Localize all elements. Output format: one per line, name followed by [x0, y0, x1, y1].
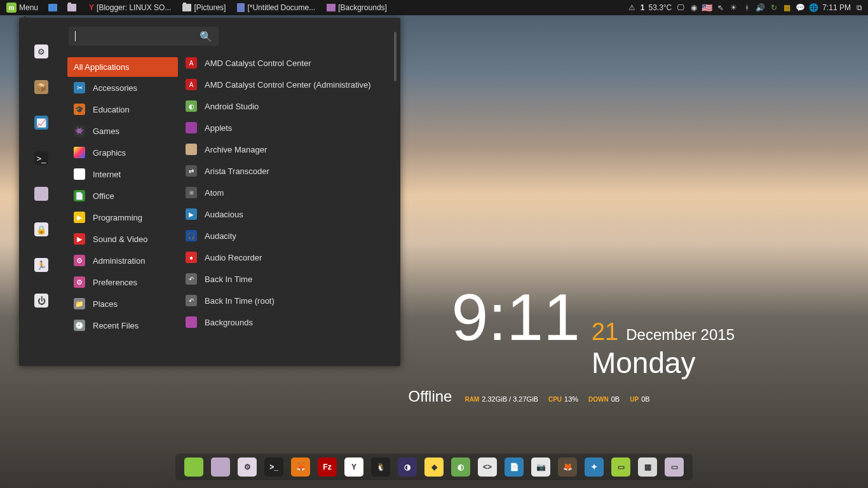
favorite-files[interactable] — [34, 187, 48, 201]
widget-stat: RAM2.32GiB / 3.27GiB — [465, 395, 538, 403]
window-list: Y[Blogger: LINUX SO...[Pictures][*Untitl… — [85, 2, 391, 13]
dock-calc[interactable]: ▦ — [638, 458, 657, 477]
taskbar-window[interactable]: Y[Blogger: LINUX SO... — [85, 2, 175, 13]
globe-icon[interactable]: 🌐 — [809, 3, 818, 13]
service-icon[interactable]: ▦ — [782, 3, 792, 13]
dock-writer[interactable]: 📄 — [505, 458, 524, 477]
dock-firefox[interactable]: 🦊 — [291, 458, 310, 477]
dock-notes[interactable]: ▭ — [611, 458, 630, 477]
dock-bluefish[interactable]: <> — [478, 458, 497, 477]
dock: ⚙>_🦊FzY🐧◑◆◐<>📄📷🦊✦▭▦▭ — [175, 454, 693, 480]
category-icon: 📄 — [74, 190, 85, 201]
category-item[interactable]: Graphics — [67, 142, 178, 163]
favorite-software[interactable]: 📦 — [34, 80, 48, 94]
app-item[interactable]: ◐Android Studio — [182, 95, 394, 117]
update-icon[interactable]: ↻ — [769, 3, 778, 13]
category-item[interactable]: 🕘Recent Files — [67, 315, 178, 336]
temp-indicator[interactable]: 53.3°C — [648, 3, 672, 12]
category-item[interactable]: 📄Office — [67, 185, 178, 207]
dock-settings[interactable]: ⚙ — [238, 458, 257, 477]
keyboard-layout[interactable]: 🇺🇸 — [702, 3, 712, 13]
warning-icon[interactable]: ⚠ — [627, 3, 637, 13]
category-icon: 👾 — [74, 125, 85, 137]
category-item[interactable]: ▶Programming — [67, 207, 178, 228]
app-icon — [186, 316, 197, 328]
app-item[interactable]: ↶Back In Time — [182, 268, 394, 290]
category-icon: ⚙ — [74, 276, 85, 288]
scrollbar-thumb[interactable] — [394, 32, 397, 81]
app-item[interactable]: ↶Back In Time (root) — [182, 290, 394, 311]
app-item[interactable]: Applets — [182, 117, 394, 139]
category-item[interactable]: ✂Accessories — [67, 77, 178, 98]
dock-screenshot[interactable]: 📷 — [531, 458, 550, 477]
category-item[interactable]: 🎓Education — [67, 98, 178, 120]
category-icon: ☁ — [74, 168, 85, 180]
favorite-lock[interactable]: 🔒 — [34, 222, 48, 236]
brightness-icon[interactable]: ☀ — [729, 3, 738, 13]
app-item[interactable]: ●Audio Recorder — [182, 247, 394, 268]
panel-right: ⚠ 1 53.3°C 🖵 ◉ 🇺🇸 ⇖ ☀ ᚼ 🔊 ↻ ▦ 💬 🌐 7:11 P… — [627, 3, 868, 13]
category-icon: ▶ — [74, 212, 85, 223]
widget-stat: CPU13% — [548, 395, 578, 403]
app-icon: ⚛ — [186, 187, 197, 198]
taskbar-window[interactable]: [Pictures] — [179, 2, 229, 13]
category-item[interactable]: 👾Games — [67, 120, 178, 142]
dock-yandex[interactable]: Y — [344, 458, 363, 477]
app-item[interactable]: AAMD Catalyst Control Center (Administra… — [182, 74, 394, 95]
files-launcher[interactable] — [64, 3, 80, 13]
app-item[interactable]: ▶Audacious — [182, 203, 394, 225]
volume-icon[interactable]: 🔊 — [756, 3, 765, 13]
widget-day: 21 — [592, 318, 618, 346]
user-icon[interactable]: ◉ — [689, 3, 698, 13]
category-item[interactable]: ▶Sound & Video — [67, 228, 178, 250]
category-item[interactable]: ⚙Preferences — [67, 271, 178, 293]
show-desktop[interactable] — [44, 3, 61, 13]
dock-mint[interactable] — [184, 458, 203, 477]
widget-time: 9:11 — [452, 289, 580, 345]
dock-gimp[interactable]: 🦊 — [558, 458, 577, 477]
dock-terminal[interactable]: >_ — [264, 458, 283, 477]
dock-eclipse[interactable]: ◑ — [398, 458, 417, 477]
dock-android-studio[interactable]: ◐ — [451, 458, 470, 477]
app-item[interactable]: ⇄Arista Transcoder — [182, 160, 394, 182]
mint-icon: m — [6, 3, 17, 13]
menu-button[interactable]: m Menu — [3, 1, 42, 14]
menu-label: Menu — [19, 3, 38, 12]
conky-widget: 9:11 21 December 2015 Monday Offline RAM… — [452, 289, 735, 405]
dock-shutter[interactable]: ✦ — [585, 458, 604, 477]
taskbar-window[interactable]: [Backgrounds] — [323, 2, 391, 13]
app-item[interactable]: AAMD Catalyst Control Center — [182, 52, 394, 74]
favorite-monitor[interactable]: 📈 — [34, 116, 48, 130]
favorite-terminal[interactable]: >_ — [34, 151, 48, 165]
category-icon — [74, 147, 85, 158]
widget-month: December 2015 — [626, 326, 735, 344]
chat-icon[interactable]: 💬 — [796, 3, 805, 13]
taskbar-window[interactable]: [*Untitled Docume... — [233, 2, 319, 13]
favorite-shutdown[interactable]: ⏻ — [34, 294, 48, 308]
display-icon[interactable]: 🖵 — [675, 3, 685, 13]
category-item[interactable]: ⚙Administration — [67, 250, 178, 271]
category-item[interactable]: 📁Places — [67, 293, 178, 315]
app-item[interactable]: 🎧Audacity — [182, 225, 394, 247]
dock-filezilla[interactable]: Fz — [318, 458, 337, 477]
panel-clock[interactable]: 7:11 PM — [822, 3, 851, 12]
favorite-settings[interactable]: ⚙ — [34, 44, 48, 58]
wifi-icon[interactable]: ⇖ — [715, 3, 725, 13]
app-item[interactable]: ⚛Atom — [182, 182, 394, 203]
dock-meld[interactable]: ◆ — [424, 458, 444, 477]
app-icon: ▶ — [186, 208, 197, 220]
dock-files[interactable] — [211, 458, 230, 477]
dock-linux[interactable]: 🐧 — [371, 458, 390, 477]
dock-app[interactable]: ▭ — [665, 458, 684, 477]
categories-column: 🔍 All Applications✂Accessories🎓Education… — [64, 18, 178, 366]
category-item[interactable]: ☁Internet — [67, 163, 178, 185]
tray-expand-icon[interactable]: ⧉ — [855, 3, 864, 13]
app-item[interactable]: Backgrounds — [182, 311, 394, 333]
category-item[interactable]: All Applications — [67, 57, 178, 77]
favorite-logout[interactable]: 🏃 — [34, 258, 48, 272]
app-icon: A — [186, 79, 197, 90]
workspace-indicator[interactable]: 1 — [641, 3, 645, 12]
bluetooth-icon[interactable]: ᚼ — [742, 3, 752, 13]
desktop-icon — [48, 4, 57, 11]
app-item[interactable]: Archive Manager — [182, 139, 394, 160]
